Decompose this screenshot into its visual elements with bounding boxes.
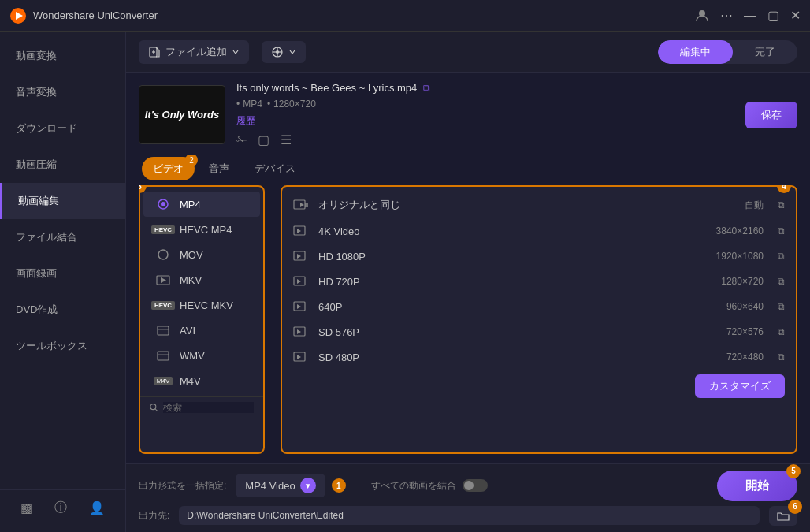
format-item-hevc-mp4[interactable]: HEVC HEVC MP4 xyxy=(143,217,260,242)
sidebar-item-dvd-sakusei[interactable]: DVD作成 xyxy=(0,292,125,328)
mp4-radio-icon xyxy=(154,198,172,210)
quality-sd480-icon xyxy=(293,351,310,363)
format-item-mov[interactable]: MOV xyxy=(143,242,260,267)
quality-item-original[interactable]: オリジナルと同じ 自動 ⧉ xyxy=(282,192,796,218)
sidebar-item-file-gappei[interactable]: ファイル結合 xyxy=(0,219,125,255)
effects-icon[interactable]: ☰ xyxy=(281,132,292,147)
tab-video[interactable]: ビデオ 2 xyxy=(142,157,195,180)
quality-640p-edit-icon[interactable]: ⧉ xyxy=(778,301,785,312)
titlebar: Wondershare UniConverter ⋯ — ▢ ✕ xyxy=(0,0,810,32)
step6-badge: 6 xyxy=(788,500,802,514)
hevc-mp4-icon: HEVC xyxy=(154,223,172,236)
quality-4k-edit-icon[interactable]: ⧉ xyxy=(778,225,785,236)
titlebar-left: Wondershare UniConverter xyxy=(9,7,158,24)
close-icon[interactable]: ✕ xyxy=(790,9,801,22)
add-media-button[interactable] xyxy=(262,41,306,63)
minimize-icon[interactable]: — xyxy=(744,9,756,22)
app-body: 動画変換 音声変換 ダウンロード 動画圧縮 動画編集 ファイル結合 画面録画 D… xyxy=(0,32,810,532)
quality-list: オリジナルと同じ 自動 ⧉ xyxy=(281,185,797,454)
quality-item-hd1080[interactable]: HD 1080P 1920×1080 ⧉ xyxy=(282,244,796,269)
file-actions: ✁ ▢ ☰ xyxy=(236,132,734,147)
maximize-icon[interactable]: ▢ xyxy=(767,9,779,22)
format-item-hevc-mkv[interactable]: HEVC HEVC MKV xyxy=(143,292,260,318)
quality-hd720-res: 1280×720 xyxy=(721,276,770,287)
quality-4k-res: 3840×2160 xyxy=(716,225,770,236)
titlebar-controls: ⋯ — ▢ ✕ xyxy=(695,9,801,23)
file-meta: • MP4 • 1280×720 xyxy=(236,99,734,110)
output-path-input[interactable] xyxy=(179,506,760,525)
quality-4k-label: 4K Video xyxy=(318,225,708,237)
m4v-icon: M4V xyxy=(154,374,172,387)
sidebar-item-douga-henshu[interactable]: 動画編集 xyxy=(0,183,125,219)
save-button[interactable]: 保存 xyxy=(745,102,797,128)
quality-hd1080-res: 1920×1080 xyxy=(716,251,770,262)
customize-row: カスタマイズ xyxy=(282,370,796,401)
add-file-button[interactable]: ファイル追加 xyxy=(139,40,249,64)
quality-sd576-edit-icon[interactable]: ⧉ xyxy=(778,326,785,337)
content-area: ファイル追加 編集中 完了 It's O xyxy=(126,32,810,532)
quality-item-sd576[interactable]: SD 576P 720×576 ⧉ xyxy=(282,319,796,344)
format-dropdown-arrow: ▼ xyxy=(300,478,316,493)
svg-marker-26 xyxy=(297,229,301,233)
merge-toggle-switch[interactable] xyxy=(463,479,488,492)
status-tab-editing[interactable]: 編集中 xyxy=(658,40,733,64)
external-link-icon[interactable]: ⧉ xyxy=(423,83,430,94)
quality-sd480-label: SD 480P xyxy=(318,352,719,363)
folder-icon xyxy=(777,511,790,522)
user-icon[interactable] xyxy=(695,9,709,23)
crop-icon[interactable]: ▢ xyxy=(258,132,269,147)
quality-hd1080-edit-icon[interactable]: ⧉ xyxy=(778,251,785,262)
format-item-wmv[interactable]: WMV xyxy=(143,343,260,368)
quality-original-edit-icon[interactable]: ⧉ xyxy=(778,199,785,210)
cut-icon[interactable]: ✁ xyxy=(236,132,247,147)
svg-marker-32 xyxy=(297,304,301,309)
add-file-icon xyxy=(148,46,161,58)
format-tab-bar: ビデオ 2 音声 デバイス xyxy=(139,155,797,182)
search-icon xyxy=(150,403,158,412)
quality-item-sd480[interactable]: SD 480P 720×480 ⧉ xyxy=(282,344,796,370)
quality-hd720-edit-icon[interactable]: ⧉ xyxy=(778,276,785,287)
toolbar-status: 編集中 完了 xyxy=(658,40,797,64)
sidebar-item-download[interactable]: ダウンロード xyxy=(0,110,125,147)
sidebar-item-onsei-henkan[interactable]: 音声変換 xyxy=(0,74,125,110)
dropdown-arrow-icon xyxy=(232,48,240,56)
customize-button[interactable]: カスタマイズ xyxy=(695,374,785,398)
format-select-button[interactable]: MP4 Video ▼ xyxy=(236,474,325,497)
file-history: 履歴 xyxy=(236,114,734,128)
format-item-m4v[interactable]: M4V M4V xyxy=(143,368,260,393)
quality-sd480-edit-icon[interactable]: ⧉ xyxy=(778,352,785,363)
toolbar: ファイル追加 編集中 完了 xyxy=(126,32,810,73)
dropdown-arrow2-icon xyxy=(288,48,296,56)
sidebar-item-tool-box[interactable]: ツールボックス xyxy=(0,328,125,364)
format-item-mkv[interactable]: MKV xyxy=(143,267,260,292)
monitor-icon[interactable]: ▩ xyxy=(20,500,32,515)
account-icon[interactable]: 👤 xyxy=(89,500,105,515)
status-tab-done[interactable]: 完了 xyxy=(733,40,797,64)
sidebar-bottom: ▩ ⓘ 👤 xyxy=(0,489,125,526)
quality-hd1080-icon xyxy=(293,250,310,262)
start-button[interactable]: 開始 5 xyxy=(717,471,797,501)
step5-badge: 5 xyxy=(786,464,801,478)
quality-item-4k[interactable]: 4K Video 3840×2160 ⧉ xyxy=(282,218,796,244)
tab-device[interactable]: デバイス xyxy=(243,157,307,180)
format-item-avi[interactable]: AVI xyxy=(143,318,260,343)
quality-item-640p[interactable]: 640P 960×640 ⧉ xyxy=(282,294,796,319)
output-dest-label: 出力先: xyxy=(139,509,169,523)
help-icon[interactable]: ⓘ xyxy=(54,500,67,516)
sidebar-item-douga-henkan[interactable]: 動画変換 xyxy=(0,38,125,74)
menu-icon[interactable]: ⋯ xyxy=(720,9,733,22)
quality-640p-icon xyxy=(293,300,310,313)
format-panel: 3 MP4 HE xyxy=(139,185,265,454)
svg-line-20 xyxy=(155,409,158,411)
quality-sd576-res: 720×576 xyxy=(726,326,770,337)
format-search-input[interactable] xyxy=(163,402,255,413)
format-item-mp4[interactable]: MP4 xyxy=(143,192,260,217)
sidebar-item-douga-asshuku[interactable]: 動画圧縮 xyxy=(0,147,125,183)
bottom-bar: 出力形式を一括指定: MP4 Video ▼ 1 すべての動画を結合 開始 xyxy=(126,463,810,532)
quality-item-hd720[interactable]: HD 720P 1280×720 ⧉ xyxy=(282,269,796,294)
sidebar-item-gamen-rokuga[interactable]: 画面録画 xyxy=(0,255,125,292)
tab-audio[interactable]: 音声 xyxy=(198,157,240,180)
browse-folder-button[interactable]: 6 xyxy=(769,506,797,526)
wmv-icon xyxy=(154,349,172,362)
quality-sd480-res: 720×480 xyxy=(726,352,770,363)
